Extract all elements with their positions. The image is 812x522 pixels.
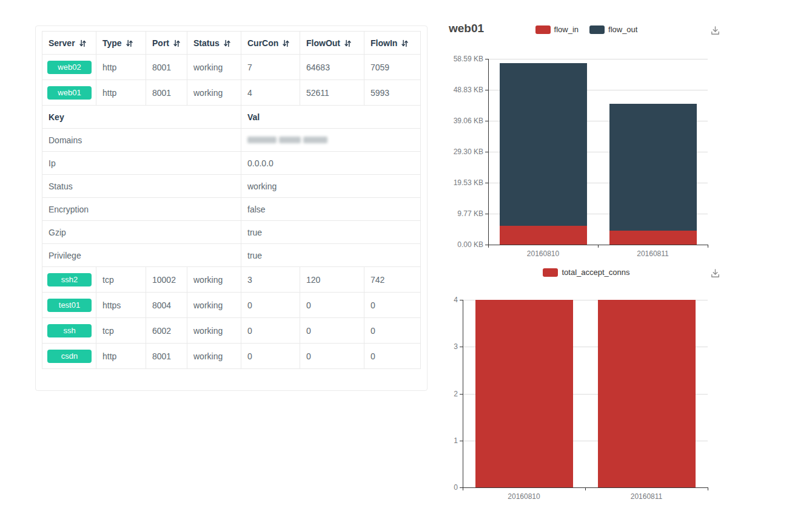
y-axis-label: 2 [415, 390, 458, 398]
keyval-row-privilege: Privilegetrue [42, 244, 421, 267]
y-axis-label: 48.83 KB [441, 86, 483, 94]
cell-status: working [187, 80, 241, 106]
cell-flowin: 742 [364, 267, 421, 293]
keyval-row-encryption: Encryptionfalse [42, 198, 421, 221]
cell-flowout: 0 [300, 344, 364, 369]
cell-port: 8001 [146, 55, 187, 80]
legend-item-total_accept_conns[interactable]: total_accept_conns [543, 268, 629, 277]
cell-port: 10002 [146, 267, 187, 293]
cell-flowout: 0 [300, 318, 364, 344]
sort-icon[interactable] [344, 39, 352, 47]
cell-status: working [187, 267, 241, 293]
server-badge-web02[interactable]: web02 [47, 61, 92, 74]
sort-icon[interactable] [223, 39, 231, 47]
connections-chart-legend: total_accept_conns [443, 268, 730, 277]
x-axis-label: 20160811 [620, 249, 686, 258]
bar-segment-flow_out-20160810[interactable] [500, 63, 587, 226]
save-as-image-button[interactable] [710, 268, 720, 279]
x-axis-label: 20160810 [491, 492, 557, 501]
y-axis-label: 58.59 KB [441, 55, 483, 63]
bar-segment-flow_in-20160811[interactable] [609, 231, 697, 245]
cell-type: https [96, 293, 146, 318]
x-axis-label: 20160811 [613, 492, 680, 501]
key-cell: Encryption [42, 198, 241, 221]
y-axis-label: 1 [415, 436, 458, 445]
y-axis-line [463, 300, 463, 487]
cell-port: 8004 [146, 293, 187, 318]
server-badge-ssh2[interactable]: ssh2 [47, 273, 92, 286]
download-icon [710, 268, 720, 279]
column-header-type[interactable]: Type [96, 32, 146, 55]
dashboard-page: { "table": { "columns": ["Server", "Type… [0, 0, 812, 522]
column-header-flowout[interactable]: FlowOut [300, 32, 364, 55]
keyval-row-status: Statusworking [42, 175, 421, 198]
sort-icon[interactable] [173, 39, 181, 47]
server-detail-panel: ServerTypePortStatusCurConFlowOutFlowIn … [35, 25, 428, 391]
cell-flowin: 0 [364, 293, 421, 318]
y-axis-label: 0.00 KB [441, 240, 483, 249]
column-header-curcon[interactable]: CurCon [241, 32, 300, 55]
column-header-server[interactable]: Server [42, 32, 96, 55]
flow-chart-legend: flow_inflow_out [443, 25, 730, 34]
x-tick [708, 245, 708, 248]
cell-port: 6002 [146, 318, 187, 344]
cell-curcon: 0 [241, 344, 300, 369]
cell-status: working [187, 55, 241, 80]
bar-segment-flow_in-20160810[interactable] [500, 226, 587, 245]
y-axis-label: 19.53 KB [441, 178, 483, 187]
server-row-test01: test01https8004working000 [42, 293, 421, 318]
legend-item-flow_out[interactable]: flow_out [589, 25, 637, 34]
gridline [488, 59, 708, 59]
legend-swatch [543, 268, 558, 277]
server-badge-web01[interactable]: web01 [47, 86, 92, 100]
legend-item-flow_in[interactable]: flow_in [535, 25, 579, 34]
table-header-row: ServerTypePortStatusCurConFlowOutFlowIn [42, 32, 421, 55]
cell-type: tcp [96, 267, 146, 293]
save-as-image-button[interactable] [710, 25, 720, 36]
connections-chart: total_accept_conns 012342016081020160811 [443, 264, 730, 507]
cell-port: 8001 [146, 80, 187, 106]
bar-segment-total_accept_conns-20160811[interactable] [598, 300, 696, 487]
cell-flowout: 120 [300, 267, 364, 293]
cell-curcon: 7 [241, 55, 300, 80]
x-tick [708, 487, 708, 490]
cell-flowin: 0 [364, 318, 421, 344]
cell-flowout: 64683 [300, 55, 364, 80]
cell-flowout: 52611 [300, 80, 364, 106]
cell-status: working [187, 293, 241, 318]
cell-port: 8001 [146, 344, 187, 369]
cell-curcon: 0 [241, 318, 300, 344]
column-header-port[interactable]: Port [146, 32, 187, 55]
server-table: ServerTypePortStatusCurConFlowOutFlowIn … [42, 31, 421, 369]
server-badge-csdn[interactable]: csdn [47, 350, 92, 363]
val-cell: true [241, 244, 421, 267]
key-cell: Gzip [42, 221, 241, 244]
flow-chart: web01 flow_inflow_out 0.00 KB9.77 KB19.5… [443, 12, 730, 263]
sort-icon[interactable] [401, 39, 409, 47]
x-axis-line [463, 487, 708, 488]
column-header-status[interactable]: Status [187, 32, 241, 55]
legend-swatch [535, 25, 551, 34]
legend-swatch [589, 25, 605, 34]
sort-icon[interactable] [126, 39, 133, 47]
keyval-row-gzip: Gziptrue [42, 221, 421, 244]
sort-icon[interactable] [79, 39, 87, 47]
bar-segment-total_accept_conns-20160810[interactable] [475, 300, 573, 487]
cell-type: http [96, 80, 146, 106]
sort-icon[interactable] [282, 39, 290, 47]
cell-curcon: 3 [241, 267, 300, 293]
val-cell: false [241, 198, 421, 221]
column-header-flowin[interactable]: FlowIn [364, 32, 421, 55]
cell-flowin: 0 [364, 344, 421, 369]
cell-flowin: 7059 [364, 55, 421, 80]
cell-flowout: 0 [300, 293, 364, 318]
y-axis-line [488, 59, 489, 245]
key-cell: Privilege [42, 244, 241, 267]
keyval-row-domains: Domains [42, 129, 421, 152]
bar-segment-flow_out-20160811[interactable] [609, 104, 697, 231]
server-badge-ssh[interactable]: ssh [47, 324, 92, 337]
server-row-ssh2: ssh2tcp10002working3120742 [42, 267, 421, 293]
keyval-row-ip: Ip0.0.0.0 [42, 152, 421, 175]
server-row-web01: web01http8001working4526115993 [42, 80, 421, 106]
server-badge-test01[interactable]: test01 [47, 299, 92, 312]
